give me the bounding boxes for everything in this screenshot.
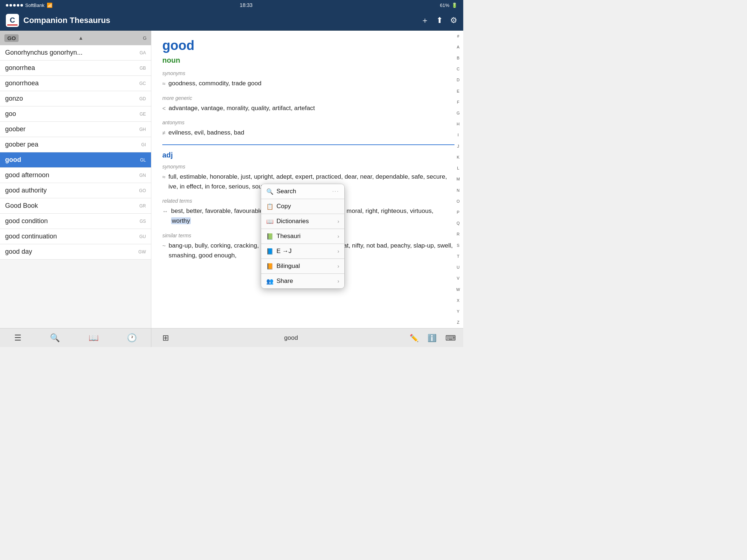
settings-button[interactable]: ⚙ [450, 16, 457, 25]
share-arrow: › [337, 278, 339, 284]
carrier-label: SoftBank [25, 3, 44, 8]
word-code: GW [138, 249, 146, 254]
context-copy-label: Copy [276, 203, 291, 210]
word-list-scroll[interactable]: Gonorhynchus gonorhyn...GAgonorrheaGBgon… [0, 45, 151, 328]
alpha-letter-n[interactable]: N [457, 188, 460, 193]
synonyms-section: synonyms ≈ goodness, commodity, trade go… [162, 70, 454, 89]
word-text: goober pea [5, 141, 38, 148]
alpha-letter-s[interactable]: S [457, 243, 459, 248]
search-dots: ··· [332, 188, 339, 195]
word-list-item[interactable]: good continuationGU [0, 229, 151, 244]
collapse-button[interactable]: ⊞ [159, 331, 173, 345]
bottom-right-icons: ✏️ ℹ️ ⌨ [410, 334, 456, 342]
alpha-letter-m[interactable]: M [456, 177, 460, 182]
alpha-letter-f[interactable]: F [457, 100, 460, 105]
alpha-letter-t[interactable]: T [457, 254, 460, 259]
word-text: Gonorhynchus gonorhyn... [5, 49, 82, 57]
alpha-letter-p[interactable]: P [457, 210, 459, 215]
context-thesauri[interactable]: 📗 Thesauri › [261, 229, 344, 244]
word-list-panel: GO ▲ G Gonorhynchus gonorhyn...GAgonorrh… [0, 31, 151, 328]
current-word-display: good [173, 334, 410, 342]
alpha-letter-j[interactable]: J [457, 144, 459, 149]
alpha-letter-i[interactable]: I [457, 133, 458, 137]
context-dicts-label: Dictionaries [276, 218, 309, 225]
battery-icon: 🔋 [452, 3, 457, 8]
section-divider [162, 144, 454, 145]
alpha-letter-o[interactable]: O [457, 199, 460, 204]
less-than-symbol: < [162, 104, 166, 113]
status-left: SoftBank 📶 [6, 3, 53, 8]
word-list-item[interactable]: goober peaGI [0, 137, 151, 152]
alpha-letter-g[interactable]: G [457, 111, 460, 116]
alpha-letter-v[interactable]: V [457, 276, 459, 281]
word-code: GA [140, 50, 146, 55]
status-bar: SoftBank 📶 18:33 61% 🔋 [0, 0, 463, 10]
word-list-item[interactable]: gonorrhoeaGC [0, 76, 151, 91]
word-list-item[interactable]: gooGE [0, 106, 151, 122]
alpha-letter-#[interactable]: # [457, 34, 459, 39]
alpha-letter-k[interactable]: K [457, 155, 459, 160]
share-button[interactable]: ⬆ [436, 16, 443, 25]
context-share[interactable]: 👥 Share › [261, 274, 344, 288]
alpha-letter-c[interactable]: C [457, 67, 460, 71]
word-list-item[interactable]: goodGL [0, 152, 151, 168]
ej-icon: 📘 [266, 248, 274, 255]
up-arrow[interactable]: ▲ [78, 35, 84, 41]
alpha-letter-e[interactable]: E [457, 89, 459, 94]
word-list-header: GO ▲ G [0, 31, 151, 45]
section-code: G [143, 35, 147, 41]
more-generic-text: advantage, vantage, morality, quality, a… [169, 103, 315, 113]
alpha-letter-u[interactable]: U [457, 265, 460, 270]
word-text: good [5, 156, 21, 164]
word-list-item[interactable]: good authorityGO [0, 183, 151, 198]
context-dictionaries[interactable]: 📖 Dictionaries › [261, 214, 344, 229]
alpha-letter-r[interactable]: R [457, 232, 460, 237]
word-code: GD [139, 96, 146, 101]
context-bilingual[interactable]: 📙 Bilingual › [261, 259, 344, 274]
word-list-item[interactable]: Gonorhynchus gonorhyn...GA [0, 45, 151, 61]
word-list-item[interactable]: gonzoGD [0, 91, 151, 106]
alpha-letter-a[interactable]: A [457, 45, 459, 50]
title-bar: C Companion Thesaurus ＋ ⬆ ⚙ [0, 10, 463, 31]
word-list-item[interactable]: gonorrheaGB [0, 61, 151, 76]
app-title: Companion Thesaurus [23, 16, 421, 25]
history-button[interactable]: 🕐 [123, 331, 140, 345]
keyboard-icon[interactable]: ⌨ [445, 334, 456, 342]
word-list-item[interactable]: gooberGH [0, 122, 151, 137]
word-list-item[interactable]: good afternoonGN [0, 168, 151, 183]
alpha-letter-x[interactable]: X [457, 298, 459, 303]
alpha-index[interactable]: #ABCDEFGHIJKLMNOPQRSTUVWXYZ [453, 31, 463, 328]
word-list-item[interactable]: good conditionGS [0, 214, 151, 229]
context-copy[interactable]: 📋 Copy [261, 199, 344, 214]
alpha-letter-l[interactable]: L [457, 166, 459, 171]
part-of-speech-noun: noun [162, 56, 454, 65]
alpha-letter-w[interactable]: W [456, 287, 460, 292]
copy-icon: 📋 [266, 203, 274, 210]
alpha-letter-q[interactable]: Q [457, 221, 460, 226]
word-list-item[interactable]: good dayGW [0, 244, 151, 260]
word-text: good condition [5, 217, 48, 225]
search-bottom-button[interactable]: 🔍 [46, 331, 63, 345]
menu-button[interactable]: ☰ [11, 331, 25, 345]
copy-left: 📋 Copy [266, 203, 291, 210]
go-label: GO [4, 34, 19, 42]
dict-left: 📖 Dictionaries [266, 218, 309, 225]
context-search[interactable]: 🔍 Search ··· [261, 184, 344, 199]
alpha-letter-b[interactable]: B [457, 56, 459, 61]
alpha-letter-h[interactable]: H [457, 122, 460, 127]
thesauri-icon: 📗 [266, 233, 274, 240]
context-ej[interactable]: 📘 E →J › [261, 244, 344, 259]
alpha-letter-d[interactable]: D [457, 78, 460, 82]
word-text: good authority [5, 187, 47, 194]
alpha-letter-y[interactable]: Y [457, 309, 459, 314]
ej-arrow: › [337, 248, 339, 254]
edit-icon[interactable]: ✏️ [410, 334, 419, 342]
time-display: 18:33 [240, 2, 252, 8]
word-list-item[interactable]: Good BookGR [0, 198, 151, 214]
add-button[interactable]: ＋ [421, 15, 429, 26]
antonyms-section: antonyms ≠ evilness, evil, badness, bad [162, 120, 454, 138]
alpha-letter-z[interactable]: Z [457, 320, 460, 325]
info-icon[interactable]: ℹ️ [427, 334, 437, 342]
word-text: good afternoon [5, 171, 49, 179]
book-button[interactable]: 📖 [85, 331, 102, 345]
